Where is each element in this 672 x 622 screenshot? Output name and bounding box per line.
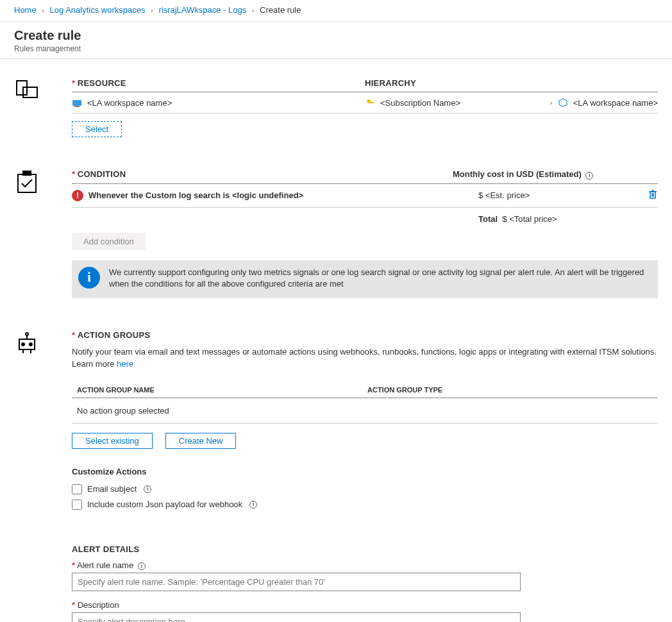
email-subject-label: Email subject [87, 484, 137, 494]
include-json-row[interactable]: Include custom Json payload for webhook … [72, 497, 658, 512]
learn-more-link[interactable]: here [117, 359, 133, 369]
condition-price: $ <Est. price> [478, 190, 632, 200]
cost-heading: Monthly cost in USD (Estimated) [453, 169, 582, 179]
email-subject-row[interactable]: Email subject i [72, 482, 658, 497]
svg-rect-4 [74, 106, 80, 107]
select-existing-button[interactable]: Select existing [72, 433, 153, 449]
info-banner-text: We currently support configuring only tw… [109, 267, 650, 291]
required-star: * [72, 600, 75, 610]
alert-details-heading: ALERT DETAILS [72, 544, 658, 554]
alert-rule-name-label: Alert rule name [77, 560, 133, 570]
required-star: * [72, 169, 75, 179]
info-icon[interactable]: i [138, 562, 146, 570]
page-title: Create rule [14, 28, 658, 43]
breadcrumb-workspaces[interactable]: Log Analytics workspaces [50, 5, 146, 15]
title-bar: Create rule Rules management [0, 22, 672, 59]
include-json-label: Include custom Json payload for webhook [87, 500, 242, 509]
alert-icon: ! [72, 190, 83, 201]
resource-heading: RESOURCE [78, 78, 126, 88]
select-resource-button[interactable]: Select [72, 121, 122, 137]
page-subtitle: Rules management [14, 44, 658, 53]
workspace-small-icon [558, 97, 568, 108]
customize-actions-heading: Customize Actions [72, 467, 658, 476]
svg-rect-8 [18, 174, 36, 192]
email-subject-checkbox[interactable] [72, 484, 82, 494]
breadcrumb-home[interactable]: Home [14, 5, 37, 15]
hierarchy-workspace-name: <LA workspace name> [573, 98, 658, 108]
svg-rect-1 [23, 87, 37, 97]
svg-rect-3 [72, 100, 81, 106]
info-circle-icon: i [78, 267, 100, 289]
chevron-right-icon: › [550, 99, 553, 106]
svg-point-16 [22, 343, 24, 346]
column-action-group-type: ACTION GROUP TYPE [367, 386, 658, 394]
action-groups-heading: ACTION GROUPS [78, 330, 151, 340]
info-icon[interactable]: i [585, 172, 593, 180]
breadcrumb: Home › Log Analytics workspaces › risraj… [0, 0, 672, 22]
create-new-button[interactable]: Create New [165, 433, 237, 449]
description-label: Description [78, 600, 119, 610]
hierarchy-heading: HIERARCHY [365, 78, 416, 88]
description-input[interactable] [72, 612, 521, 622]
chevron-right-icon: › [38, 6, 47, 14]
required-star: * [72, 330, 75, 340]
condition-icon [14, 169, 40, 195]
delete-icon[interactable] [648, 190, 658, 201]
total-label: Total [478, 214, 498, 224]
svg-point-17 [29, 343, 32, 346]
include-json-checkbox[interactable] [72, 500, 82, 510]
add-condition-button[interactable]: Add condition [72, 233, 146, 250]
breadcrumb-workspace-logs[interactable]: risrajLAWkspace - Logs [158, 5, 246, 15]
required-star: * [72, 560, 75, 570]
svg-rect-10 [650, 192, 655, 198]
svg-rect-6 [370, 102, 374, 103]
info-icon[interactable]: i [249, 501, 257, 509]
condition-heading: CONDITION [78, 169, 126, 179]
action-groups-description: Notify your team via email and text mess… [72, 346, 658, 371]
column-action-group-name: ACTION GROUP NAME [72, 386, 367, 394]
chevron-right-icon: › [147, 6, 156, 14]
required-star: * [72, 78, 75, 88]
key-icon [365, 97, 375, 108]
breadcrumb-current: Create rule [260, 5, 301, 15]
resource-icon [14, 78, 40, 104]
workspace-icon [72, 97, 82, 108]
chevron-right-icon: › [249, 6, 258, 14]
info-icon[interactable]: i [144, 485, 151, 493]
total-price: $ <Total price> [502, 214, 557, 224]
svg-rect-9 [23, 171, 31, 175]
svg-marker-7 [559, 99, 567, 106]
info-banner: i We currently support configuring only … [72, 260, 658, 299]
resource-name: <LA workspace name> [87, 98, 172, 108]
subscription-name: <Subscription Name> [380, 98, 460, 108]
action-groups-icon [14, 330, 40, 356]
action-groups-empty: No action group selected [72, 398, 658, 424]
svg-point-21 [26, 333, 28, 335]
alert-rule-name-input[interactable] [72, 573, 521, 591]
condition-text[interactable]: Whenever the Custom log search is <logic… [88, 190, 303, 200]
